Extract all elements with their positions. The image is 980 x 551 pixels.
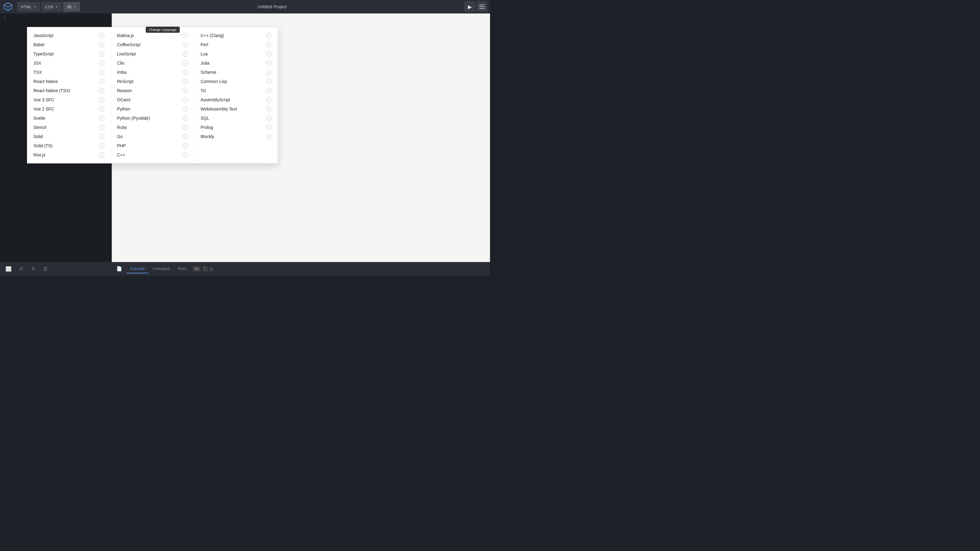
lang-info-icon[interactable]: i (99, 115, 105, 121)
lang-info-icon[interactable]: i (183, 115, 188, 121)
lang-info-icon[interactable]: i (99, 97, 105, 103)
lang-item[interactable]: PHPi (111, 141, 194, 150)
lang-item-label: Babel (33, 42, 45, 47)
lang-info-icon[interactable]: i (183, 79, 188, 84)
new-file-button[interactable]: ⬜ (4, 264, 13, 274)
lang-info-icon[interactable]: i (183, 134, 188, 139)
run-button[interactable]: ▶ (464, 1, 475, 12)
copy-icon[interactable]: ⬛ (202, 266, 208, 271)
lang-item[interactable]: JSXi (27, 59, 111, 68)
lang-item[interactable]: Pythoni (111, 105, 194, 114)
lang-item[interactable]: AssemblyScripti (194, 95, 278, 105)
lang-item[interactable]: Imbai (111, 68, 194, 77)
lang-info-icon[interactable]: i (183, 33, 188, 38)
lang-info-icon[interactable]: i (99, 143, 105, 148)
lang-item[interactable]: C++ (Clang)i (194, 31, 278, 40)
lang-info-icon[interactable]: i (183, 143, 188, 148)
lang-info-icon[interactable]: i (99, 152, 105, 158)
lang-info-icon[interactable]: i (266, 60, 272, 66)
lang-info-icon[interactable]: i (266, 134, 272, 139)
language-dropdown: Change Language JavaScriptiBabeliTypeScr… (27, 27, 278, 164)
tab-js[interactable]: JS ▼ (63, 2, 80, 12)
lang-item[interactable]: React Native (TSX)i (27, 86, 111, 95)
audio-icon[interactable]: ◎ (210, 266, 213, 271)
lang-info-icon[interactable]: i (183, 152, 188, 158)
lang-info-icon[interactable]: i (183, 125, 188, 130)
lang-info-icon[interactable]: i (266, 51, 272, 57)
lang-item[interactable]: TypeScripti (27, 49, 111, 59)
list-button[interactable]: ☰ (40, 264, 50, 274)
lang-info-icon[interactable]: i (99, 125, 105, 130)
lang-info-icon[interactable]: i (266, 97, 272, 103)
lang-info-icon[interactable]: i (99, 88, 105, 94)
lang-info-icon[interactable]: i (183, 88, 188, 94)
lang-item-label: C++ (117, 152, 125, 157)
lang-item[interactable]: JavaScripti (27, 31, 111, 40)
lang-info-icon[interactable]: i (183, 42, 188, 48)
lang-info-icon[interactable]: i (266, 33, 272, 38)
lang-info-icon[interactable]: i (183, 51, 188, 57)
lang-info-icon[interactable]: i (266, 88, 272, 94)
lang-item[interactable]: Rubyi (111, 123, 194, 132)
lang-info-icon[interactable]: i (99, 42, 105, 48)
lang-item[interactable]: Riot.jsi (27, 150, 111, 159)
lang-item[interactable]: Solid (TS)i (27, 141, 111, 150)
lang-info-icon[interactable]: i (266, 115, 272, 121)
lang-info-icon[interactable]: i (266, 125, 272, 130)
menu-button[interactable] (477, 1, 488, 12)
lang-info-icon[interactable]: i (99, 33, 105, 38)
lang-info-icon[interactable]: i (183, 97, 188, 103)
lang-info-icon[interactable]: i (99, 134, 105, 139)
lang-item[interactable]: Luai (194, 49, 278, 59)
lang-info-icon[interactable]: i (266, 42, 272, 48)
console-icon-button[interactable]: 📄 (114, 264, 124, 274)
lang-info-icon[interactable]: i (99, 60, 105, 66)
lang-item[interactable]: ReScripti (111, 77, 194, 86)
lang-item[interactable]: Stencili (27, 123, 111, 132)
lang-item[interactable]: Reasoni (111, 86, 194, 95)
lang-info-icon[interactable]: i (99, 70, 105, 75)
lang-item[interactable]: SQLi (194, 114, 278, 123)
lang-item[interactable]: Schemei (194, 68, 278, 77)
lang-info-icon[interactable]: i (266, 70, 272, 75)
lang-info-icon[interactable]: i (266, 106, 272, 112)
lang-item[interactable]: Blocklyi (194, 132, 278, 141)
lang-info-icon[interactable]: i (266, 79, 272, 84)
lang-item[interactable]: Tcli (194, 86, 278, 95)
lang-item[interactable]: Clioi (111, 59, 194, 68)
lang-item[interactable]: Perli (194, 40, 278, 49)
lang-item[interactable]: React Nativei (27, 77, 111, 86)
lang-item[interactable]: Common Lispi (194, 77, 278, 86)
lang-info-icon[interactable]: i (183, 60, 188, 66)
lang-item[interactable]: CoffeeScripti (111, 40, 194, 49)
lang-info-icon[interactable]: i (99, 51, 105, 57)
lang-item[interactable]: Vue 2 SFCi (27, 105, 111, 114)
lang-item-label: Scheme (200, 70, 216, 75)
tab-console[interactable]: Console (126, 265, 148, 273)
lang-item[interactable]: WebAssembly Texti (194, 105, 278, 114)
refresh-button[interactable]: ↺ (16, 264, 26, 274)
lang-item[interactable]: LiveScripti (111, 49, 194, 59)
lang-info-icon[interactable]: i (183, 70, 188, 75)
tab-tests[interactable]: Tests (174, 265, 191, 273)
lang-info-icon[interactable]: i (99, 106, 105, 112)
lang-item[interactable]: Sveltei (27, 114, 111, 123)
lang-item[interactable]: C++i (111, 150, 194, 159)
main-area: 1 Change Language JavaScriptiBabeliTypeS… (0, 13, 490, 262)
tab-css[interactable]: CSS ▼ (41, 2, 62, 12)
lang-item[interactable]: Solidi (27, 132, 111, 141)
lang-info-icon[interactable]: i (99, 79, 105, 84)
tab-compiled[interactable]: Compiled (149, 265, 173, 273)
lang-item[interactable]: Vue 3 SFCi (27, 95, 111, 105)
lang-item[interactable]: OCamli (111, 95, 194, 105)
lang-item[interactable]: TSXi (27, 68, 111, 77)
lang-item[interactable]: Babeli (27, 40, 111, 49)
lang-column-2: Malina.jsiCoffeeScriptiLiveScriptiClioiI… (111, 30, 194, 161)
lang-info-icon[interactable]: i (183, 106, 188, 112)
lang-item[interactable]: Juliai (194, 59, 278, 68)
reload-button[interactable]: ↻ (28, 264, 38, 274)
tab-html[interactable]: HTML ▼ (17, 2, 40, 12)
lang-item[interactable]: Goi (111, 132, 194, 141)
lang-item[interactable]: Prologi (194, 123, 278, 132)
lang-item[interactable]: Python (Pyodide)i (111, 114, 194, 123)
